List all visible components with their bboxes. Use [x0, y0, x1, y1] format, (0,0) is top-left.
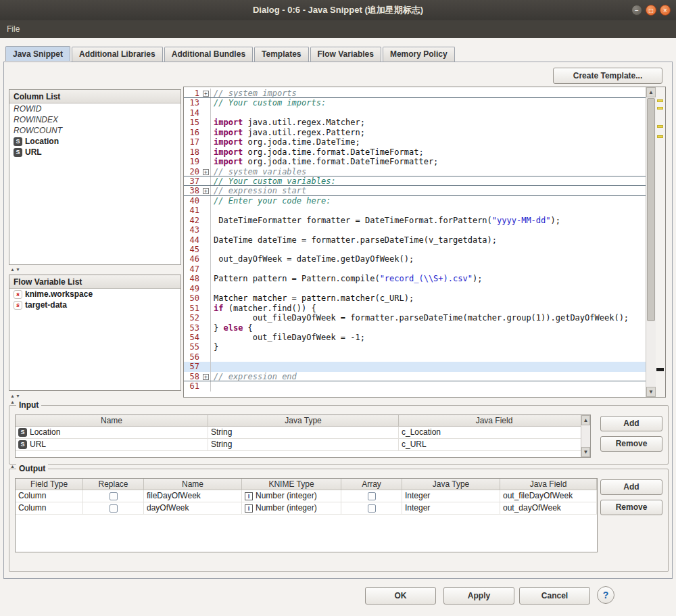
array-checkbox[interactable]	[368, 504, 376, 513]
editor-vertical-scrollbar[interactable]: ▲ ▼	[646, 87, 656, 397]
code-line[interactable]: 1+// system imports	[184, 89, 646, 98]
column-list-item[interactable]: ROWINDEX	[9, 114, 180, 125]
occurrence-marker[interactable]	[657, 99, 663, 102]
code-line[interactable]: 55}	[184, 342, 646, 352]
line-number: 53	[184, 323, 201, 333]
splitter-toggle[interactable]: ▲▼	[10, 394, 21, 398]
code-line[interactable]: 49	[184, 284, 646, 293]
occurrence-marker[interactable]	[657, 135, 663, 138]
code-line[interactable]: 50Matcher matcher = pattern.matcher(c_UR…	[184, 293, 646, 303]
replace-checkbox[interactable]	[110, 504, 118, 513]
column-list-item[interactable]: SLocation	[9, 136, 180, 147]
code-line[interactable]: 53} else {	[184, 323, 646, 333]
code-line[interactable]: 41	[184, 206, 646, 215]
code-line[interactable]: 38+// expression start	[184, 186, 646, 195]
code-line[interactable]: 18import org.joda.time.format.DateTimeFo…	[184, 147, 646, 157]
code-line[interactable]: 45	[184, 245, 646, 254]
input-java-type-cell: String	[208, 427, 399, 438]
input-remove-button[interactable]: Remove	[600, 436, 662, 452]
code-line[interactable]: 17import org.joda.time.DateTime;	[184, 137, 646, 147]
code-line[interactable]: 20+// system variables	[184, 167, 646, 176]
caret-position-marker[interactable]	[656, 368, 664, 371]
output-table-row[interactable]: ColumndayOfWeekINumber (integer)Integero…	[16, 502, 597, 515]
code-line[interactable]: 48Pattern pattern = Pattern.compile("rec…	[184, 274, 646, 283]
occurrence-marker[interactable]	[657, 107, 663, 110]
output-knime-type-cell: INumber (integer)	[242, 490, 341, 502]
input-section: Input NameJava TypeJava Field SLocationS…	[9, 405, 669, 465]
code-line[interactable]: 16import java.util.regex.Pattern;	[184, 128, 646, 137]
tab-templates[interactable]: Templates	[254, 47, 308, 62]
code-line[interactable]: 14	[184, 108, 646, 118]
input-java-field-cell: c_Location	[399, 427, 590, 438]
scroll-up-button[interactable]: ▲	[581, 415, 590, 425]
replace-checkbox[interactable]	[110, 492, 118, 500]
code-line[interactable]: 42 DateTimeFormatter formatter = DateTim…	[184, 216, 646, 225]
flow-variable-item[interactable]: starget-data	[9, 300, 180, 310]
output-table-row[interactable]: ColumnfileDayOfWeekINumber (integer)Inte…	[16, 490, 597, 502]
array-checkbox[interactable]	[368, 492, 376, 500]
column-list-item[interactable]: ROWID	[9, 103, 180, 114]
code-line[interactable]: 44DateTime dateTime = formatter.parseDat…	[184, 235, 646, 245]
help-button[interactable]: ?	[597, 586, 614, 604]
input-table-scrollbar[interactable]: ▲ ▼	[581, 415, 590, 457]
cancel-button[interactable]: Cancel	[519, 587, 590, 605]
fold-toggle-icon[interactable]: +	[203, 374, 209, 380]
code-line[interactable]: 56	[184, 352, 646, 362]
column-list-item[interactable]: ROWCOUNT	[9, 125, 180, 136]
column-list-item[interactable]: SURL	[9, 147, 180, 158]
menu-file[interactable]: File	[0, 20, 26, 38]
code-line[interactable]: 46 out_dayOfWeek = dateTime.getDayOfWeek…	[184, 254, 646, 264]
splitter-toggle[interactable]: ▲▼	[10, 267, 21, 272]
tab-additional-bundles[interactable]: Additional Bundles	[164, 47, 253, 62]
tab-java-snippet[interactable]: Java Snippet	[5, 46, 70, 61]
tab-memory-policy[interactable]: Memory Policy	[383, 47, 455, 62]
flow-variable-item[interactable]: sknime.workspace	[9, 289, 180, 300]
create-template-button[interactable]: Create Template...	[553, 68, 662, 84]
output-column-header: Java Type	[402, 479, 500, 490]
code-line[interactable]: 19import org.joda.time.format.DateTimeFo…	[184, 157, 646, 166]
code-line[interactable]: 54 out_fileDayOfWeek = -1;	[184, 333, 646, 342]
occurrence-marker[interactable]	[657, 125, 663, 128]
java-snippet-dialog: Dialog - 0:6 - Java Snippet (追加星期标志) −□×…	[0, 0, 676, 616]
ok-button[interactable]: OK	[365, 587, 436, 605]
code-editor[interactable]: 1+// system imports13// Your custom impo…	[183, 87, 666, 398]
fold-toggle-icon[interactable]: +	[203, 188, 209, 194]
scrollbar-thumb[interactable]	[647, 98, 655, 321]
output-name-cell: dayOfWeek	[144, 502, 242, 514]
line-number: 61	[184, 381, 201, 391]
code-line[interactable]: 15import java.util.regex.Matcher;	[184, 118, 646, 127]
string-type-icon: S	[14, 137, 22, 146]
code-line[interactable]: 40// Enter your code here:	[184, 196, 646, 206]
code-line[interactable]: 52 out_fileDayOfWeek = formatter.parseDa…	[184, 313, 646, 323]
output-add-button[interactable]: Add	[600, 479, 662, 495]
scroll-down-button[interactable]: ▼	[581, 447, 590, 457]
line-number: 1	[184, 89, 201, 97]
output-remove-button[interactable]: Remove	[600, 500, 662, 515]
close-button[interactable]: ×	[660, 5, 671, 16]
title-bar[interactable]: Dialog - 0:6 - Java Snippet (追加星期标志) −□×	[0, 0, 676, 20]
fold-gutter	[201, 293, 211, 303]
input-table-row[interactable]: SLocationStringc_Location	[16, 427, 590, 439]
code-line[interactable]: 37// Your custom variables:	[184, 176, 646, 186]
tab-additional-libraries[interactable]: Additional Libraries	[72, 47, 163, 62]
input-table-row[interactable]: SURLStringc_URL	[16, 439, 590, 451]
fold-toggle-icon[interactable]: +	[203, 91, 209, 97]
fold-toggle-icon[interactable]: +	[203, 169, 209, 175]
minimize-button[interactable]: −	[631, 5, 642, 16]
scroll-down-button[interactable]: ▼	[646, 387, 656, 397]
apply-button[interactable]: Apply	[443, 587, 514, 605]
maximize-button[interactable]: □	[646, 5, 656, 16]
code-line[interactable]: 57	[184, 362, 646, 371]
code-line[interactable]: 43	[184, 225, 646, 235]
input-add-button[interactable]: Add	[600, 416, 662, 431]
code-line[interactable]: 58+// expression end	[184, 372, 646, 381]
window-controls: −□×	[631, 5, 671, 16]
code-line[interactable]: 61	[184, 381, 646, 391]
scroll-up-button[interactable]: ▲	[646, 87, 656, 97]
code-line[interactable]: 51if (matcher.find()) {	[184, 304, 646, 313]
window-title: Dialog - 0:6 - Java Snippet (追加星期标志)	[253, 4, 423, 16]
tab-flow-variables[interactable]: Flow Variables	[310, 47, 381, 62]
code-line[interactable]: 47	[184, 264, 646, 274]
fold-gutter	[201, 323, 211, 333]
code-line[interactable]: 13// Your custom imports:	[184, 98, 646, 108]
